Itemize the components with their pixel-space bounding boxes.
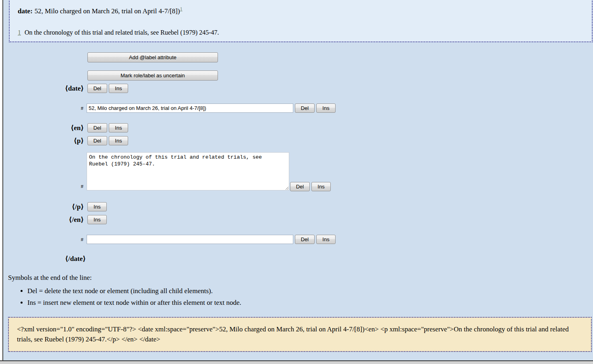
- text-node-1-input[interactable]: [87, 103, 293, 113]
- text-node-3-hash-label: #: [3, 236, 83, 243]
- footnote-ref-link[interactable]: 1: [180, 6, 182, 12]
- text-node-2-hash-label: #: [3, 183, 83, 190]
- text-node-3-del-button[interactable]: Del: [295, 235, 315, 244]
- xml-source-panel: <?xml version="1.0" encoding="UTF-8"?> <…: [8, 317, 592, 352]
- text-node-3-ins-button[interactable]: Ins: [316, 235, 336, 244]
- open-date-tag-label: ⟨date⟩: [3, 84, 84, 93]
- text-node-3-input[interactable]: [87, 235, 293, 244]
- p-del-button[interactable]: Del: [87, 136, 107, 145]
- footnote-text: On the chronology of this trial and rela…: [25, 29, 219, 36]
- close-date-tag-label: ⟨/date⟩: [3, 254, 86, 263]
- date-ins-button[interactable]: Ins: [109, 84, 128, 93]
- footnote-marker-link[interactable]: 1: [18, 29, 21, 36]
- legend-item-ins: Ins = insert new element or text node wi…: [27, 299, 241, 307]
- text-node-2-textarea[interactable]: [87, 152, 289, 190]
- close-en-tag-label: ⟨/en⟩: [3, 215, 84, 224]
- close-p-ins-button[interactable]: Ins: [87, 202, 107, 211]
- p-ins-button[interactable]: Ins: [109, 136, 128, 145]
- text-node-2-del-button[interactable]: Del: [290, 182, 310, 191]
- entry-preview-panel: date:52, Milo charged on March 26, trial…: [9, 0, 593, 42]
- text-node-1-ins-button[interactable]: Ins: [316, 103, 336, 113]
- text-node-1-del-button[interactable]: Del: [295, 103, 315, 113]
- en-del-button[interactable]: Del: [87, 123, 107, 132]
- content-area: date:52, Milo charged on March 26, trial…: [2, 0, 593, 360]
- legend-title: Symbols at the end of the line:: [8, 274, 92, 282]
- xml-editor-page: date:52, Milo charged on March 26, trial…: [0, 0, 593, 364]
- legend-item-del: Del = delete the text node or element (i…: [27, 287, 241, 295]
- date-field-value: 52, Milo charged on March 26, trial on A…: [35, 7, 180, 15]
- mark-uncertain-button[interactable]: Mark role/label as uncertain: [87, 70, 218, 81]
- close-p-tag-label: ⟨/p⟩: [3, 203, 84, 211]
- xml-source-text: <?xml version="1.0" encoding="UTF-8"?> <…: [17, 325, 569, 343]
- en-ins-button[interactable]: Ins: [109, 123, 128, 132]
- open-en-tag-label: ⟨en⟩: [3, 124, 84, 132]
- text-node-1-hash-label: #: [3, 105, 83, 112]
- open-p-tag-label: ⟨p⟩: [3, 136, 84, 145]
- close-en-ins-button[interactable]: Ins: [87, 215, 107, 224]
- text-node-2-ins-button[interactable]: Ins: [311, 182, 331, 191]
- frame-bottom-strip: [0, 361, 593, 364]
- add-label-attribute-button[interactable]: Add @label attribute: [87, 52, 218, 62]
- date-preview-line: date:52, Milo charged on March 26, trial…: [18, 7, 182, 15]
- date-del-button[interactable]: Del: [87, 84, 107, 93]
- date-field-label: date:: [18, 7, 33, 15]
- footnote-preview-line: 1On the chronology of this trial and rel…: [18, 29, 219, 36]
- legend-list: Del = delete the text node or element (i…: [17, 287, 241, 310]
